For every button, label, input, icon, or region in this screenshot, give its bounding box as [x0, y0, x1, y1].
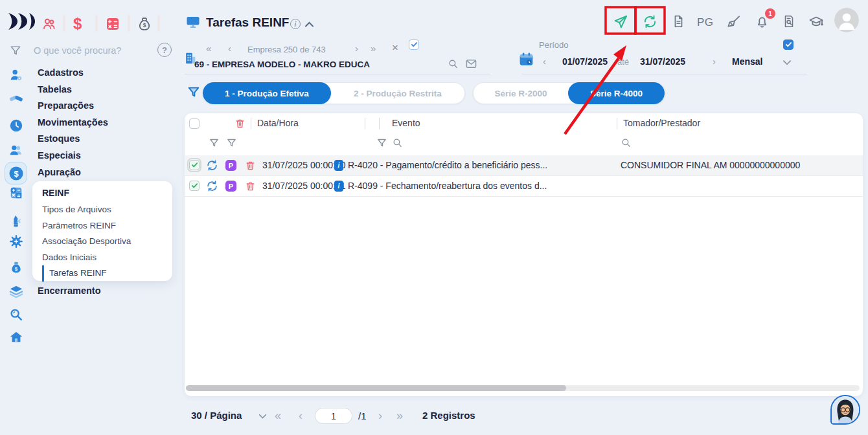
- page-number-input[interactable]: [315, 408, 352, 424]
- handshake-icon[interactable]: [9, 91, 23, 106]
- company-search-icon[interactable]: [448, 58, 459, 69]
- table-filter-icon[interactable]: [187, 85, 201, 99]
- monitor-icon: [185, 14, 201, 30]
- pg-button[interactable]: PG: [697, 16, 714, 29]
- people-module-icon[interactable]: [41, 16, 57, 32]
- people-icon[interactable]: [9, 143, 23, 157]
- period-mode-chevron-down-icon[interactable]: [782, 60, 792, 65]
- tab-producao-restrita[interactable]: 2 - Produção Restrita: [331, 82, 464, 104]
- column-separator[interactable]: [365, 118, 365, 129]
- pagination-next-button[interactable]: ›: [378, 409, 382, 423]
- select-all-checkbox[interactable]: [189, 118, 200, 129]
- sidebar-item-especiais[interactable]: Especiais: [38, 148, 108, 164]
- help-icon[interactable]: ?: [157, 43, 172, 57]
- delete-column-trash-icon[interactable]: [234, 118, 246, 129]
- info-badge[interactable]: i: [334, 160, 343, 171]
- envelope-icon[interactable]: [466, 59, 477, 69]
- sidebar-item-encerramento[interactable]: Encerramento: [38, 285, 101, 296]
- status-badge-p[interactable]: P: [225, 160, 236, 171]
- submenu-item-associacao-desportiva[interactable]: Associação Desportiva: [42, 234, 172, 250]
- search-column-icon[interactable]: [392, 137, 403, 148]
- moneybag-module-icon[interactable]: $: [137, 16, 152, 32]
- sidebar-search-input[interactable]: O que você procura?: [34, 45, 121, 56]
- period-from-date[interactable]: 01/07/2025: [562, 56, 608, 67]
- period-mode-select[interactable]: Mensal: [732, 56, 762, 67]
- page-size-select[interactable]: 30 / Página: [191, 410, 242, 421]
- row-sync-icon[interactable]: [206, 159, 218, 172]
- broom-icon[interactable]: [726, 14, 741, 29]
- sidebar-item-preparacoes[interactable]: Preparações: [38, 98, 108, 115]
- pen-percent-icon[interactable]: [9, 214, 23, 229]
- filter-funnel-icon[interactable]: [376, 137, 387, 148]
- row-trash-icon[interactable]: [245, 160, 256, 171]
- sidebar-item-apuracao[interactable]: Apuração: [38, 164, 108, 181]
- document-search-icon[interactable]: [782, 14, 796, 28]
- company-last-button[interactable]: »: [371, 43, 376, 54]
- filter-funnel-icon[interactable]: [226, 137, 237, 148]
- tab-serie-r2000[interactable]: Série R-2000: [474, 82, 568, 104]
- submenu-item-dados-iniciais[interactable]: Dados Iniciais: [42, 250, 172, 266]
- moneybag-icon[interactable]: $: [9, 260, 23, 274]
- column-separator[interactable]: [379, 118, 380, 129]
- submenu-item-tarefas-reinf-active[interactable]: Tarefas REINF: [42, 265, 172, 282]
- calculator-module-icon[interactable]: [105, 16, 120, 32]
- company-clear-button[interactable]: ×: [392, 41, 398, 54]
- tab-producao-efetiva[interactable]: 1 - Produção Efetiva: [203, 82, 331, 104]
- pagination-prev-button[interactable]: ‹: [299, 409, 303, 423]
- refresh-icon[interactable]: [643, 14, 657, 29]
- info-badge[interactable]: i: [334, 181, 343, 192]
- company-first-button[interactable]: «: [206, 43, 211, 54]
- dollar-circle-icon-selected[interactable]: $: [5, 162, 27, 184]
- calendar-icon[interactable]: [518, 51, 534, 67]
- sidebar-filter-icon[interactable]: [9, 44, 22, 57]
- gear-plus-icon[interactable]: [9, 234, 23, 249]
- horizontal-scrollbar-thumb[interactable]: [186, 385, 566, 391]
- layers-icon[interactable]: [9, 284, 23, 298]
- info-icon[interactable]: i: [290, 19, 301, 29]
- person-gear-icon[interactable]: [9, 68, 23, 82]
- tab-serie-r4000[interactable]: Série R-4000: [568, 82, 665, 104]
- period-next-button[interactable]: ›: [713, 56, 716, 67]
- send-icon[interactable]: [613, 14, 628, 30]
- pagination-last-button[interactable]: »: [396, 409, 403, 423]
- submenu-item-tipos-de-arquivos[interactable]: Tipos de Arquivos: [42, 202, 172, 218]
- svg-text:$: $: [143, 22, 146, 28]
- company-prev-button[interactable]: ‹: [228, 43, 231, 54]
- table-row[interactable]: P 31/07/2025 00:00:00 i R-4020 - Pagamen…: [185, 155, 863, 176]
- user-avatar[interactable]: [834, 8, 859, 32]
- status-badge-p[interactable]: P: [225, 181, 236, 192]
- column-separator[interactable]: [617, 118, 617, 129]
- graduation-cap-icon[interactable]: [808, 14, 824, 30]
- company-checkbox-checked[interactable]: [409, 39, 419, 50]
- search-icon[interactable]: [9, 307, 23, 322]
- sidebar-item-movimentacoes[interactable]: Movimentações: [38, 115, 108, 131]
- home-icon[interactable]: [9, 330, 23, 344]
- column-header-datahora: Data/Hora: [257, 118, 299, 128]
- document-icon[interactable]: [671, 14, 685, 28]
- horizontal-scrollbar[interactable]: [186, 385, 860, 391]
- submenu-item-parametros-reinf[interactable]: Parâmetros REINF: [42, 218, 172, 234]
- calculator-icon[interactable]: [9, 186, 23, 200]
- sidebar-item-cadastros[interactable]: Cadastros: [38, 65, 108, 82]
- page-size-chevron-down-icon[interactable]: [258, 414, 267, 419]
- row-sync-icon[interactable]: [206, 180, 218, 192]
- clock-icon[interactable]: [9, 118, 23, 133]
- assistant-avatar[interactable]: [830, 395, 860, 425]
- search-column-icon[interactable]: [621, 137, 632, 148]
- company-next-button[interactable]: ›: [355, 43, 358, 54]
- dollar-module-icon[interactable]: $: [73, 16, 82, 32]
- sidebar-item-estoques[interactable]: Estoques: [38, 131, 108, 148]
- row-checkbox-checked[interactable]: [189, 181, 200, 191]
- row-checkbox-checked[interactable]: [189, 160, 200, 170]
- period-until-label: até: [617, 57, 629, 67]
- filter-funnel-icon[interactable]: [209, 137, 220, 148]
- table-row[interactable]: P 31/07/2025 00:00:01 i R-4099 - Fechame…: [185, 176, 863, 197]
- row-party: CONSUMIDOR FINAL AM 00000000000000: [621, 160, 800, 170]
- period-prev-button[interactable]: ‹: [543, 56, 546, 67]
- sidebar-item-tabelas[interactable]: Tabelas: [38, 82, 108, 98]
- period-checkbox-checked[interactable]: [783, 39, 794, 50]
- row-trash-icon[interactable]: [245, 181, 256, 192]
- collapse-chevron-up-icon[interactable]: [304, 21, 314, 27]
- period-to-date[interactable]: 31/07/2025: [640, 56, 685, 67]
- pagination-first-button[interactable]: «: [275, 409, 281, 423]
